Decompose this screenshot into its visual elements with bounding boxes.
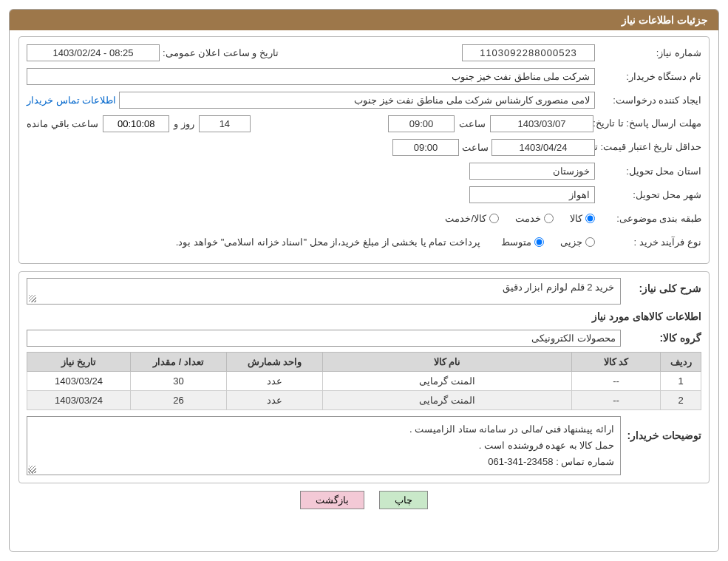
details-section: شرح کلی نیاز: خرید 2 قلم لوازم ابزار دقی… — [18, 271, 710, 483]
summary-label: شرح کلی نیاز: — [624, 278, 701, 294]
buyer-org-label: نام دستگاه خریدار: — [598, 71, 701, 82]
radio-goods[interactable]: کالا — [570, 213, 595, 224]
process-label: نوع فرآیند خرید : — [598, 237, 701, 248]
radio-service[interactable]: خدمت — [515, 213, 554, 224]
radio-medium[interactable]: متوسط — [501, 237, 544, 248]
remaining-label: ساعت باقي مانده — [27, 118, 98, 129]
radio-partial-input[interactable] — [585, 237, 595, 247]
radio-service-input[interactable] — [544, 214, 554, 223]
main-panel: جزئیات اطلاعات نیاز شماره نیاز: 11030922… — [9, 9, 719, 552]
deadline-date: 1403/03/07 — [490, 115, 593, 132]
th-name: نام کالا — [323, 353, 572, 372]
th-date: تاریخ نیاز — [27, 353, 131, 372]
radio-goods-service-input[interactable] — [489, 214, 499, 223]
cell-idx: 2 — [661, 391, 701, 410]
radio-medium-input[interactable] — [534, 237, 544, 247]
notes-line: حمل کالا به عهده فروشنده است . — [33, 438, 614, 454]
days-remaining: 14 — [199, 115, 251, 132]
deadline-label: مهلت ارسال پاسخ: تا تاریخ: — [598, 118, 701, 129]
button-row: چاپ بازگشت — [18, 491, 710, 509]
radio-medium-label: متوسط — [501, 237, 531, 248]
cell-unit: عدد — [227, 372, 323, 391]
city-value: اهواز — [469, 186, 595, 203]
cell-qty: 26 — [131, 391, 227, 410]
th-code: کد کالا — [572, 353, 661, 372]
validity-date: 1403/04/24 — [491, 139, 595, 156]
notes-line: شماره تماس : 23458-341-061 — [33, 454, 614, 470]
cell-idx: 1 — [661, 372, 701, 391]
buyer-notes-label: توضیحات خریدار: — [624, 416, 701, 441]
radio-goods-service-label: کالا/خدمت — [445, 213, 486, 224]
cell-name: المنت گرمایی — [323, 372, 572, 391]
resize-handle-icon[interactable] — [29, 466, 36, 473]
cell-code: -- — [572, 372, 661, 391]
cell-unit: عدد — [227, 391, 323, 410]
radio-partial[interactable]: جزیی — [560, 237, 595, 248]
table-row: 1 -- المنت گرمایی عدد 30 1403/03/24 — [27, 372, 701, 391]
city-label: شهر محل تحویل: — [598, 189, 701, 200]
category-label: طبقه بندی موضوعی: — [598, 213, 701, 224]
radio-partial-label: جزیی — [560, 237, 582, 248]
cell-code: -- — [572, 391, 661, 410]
summary-text: خرید 2 قلم لوازم ابزار دقیق — [503, 282, 614, 293]
print-button[interactable]: چاپ — [379, 491, 428, 509]
product-group-value: محصولات الکترونیکی — [27, 330, 621, 347]
buyer-contact-link[interactable]: اطلاعات تماس خریدار — [27, 95, 116, 106]
province-label: استان محل تحویل: — [598, 166, 701, 177]
cell-qty: 30 — [131, 372, 227, 391]
need-number-value: 1103092288000523 — [462, 44, 595, 61]
announce-label: تاریخ و ساعت اعلان عمومی: — [163, 47, 279, 58]
requester-label: ایجاد کننده درخواست: — [598, 95, 701, 106]
buyer-org-value: شرکت ملی مناطق نفت خیز جنوب — [27, 68, 595, 85]
back-button[interactable]: بازگشت — [300, 491, 364, 509]
deadline-time: 09:00 — [388, 115, 455, 132]
cell-date: 1403/03/24 — [27, 372, 131, 391]
process-description: پرداخت تمام یا بخشی از مبلغ خرید،از محل … — [176, 237, 480, 248]
resize-handle-icon[interactable] — [29, 295, 36, 302]
need-number-label: شماره نیاز: — [598, 47, 701, 58]
th-row: ردیف — [661, 353, 701, 372]
hour-label-1: ساعت — [459, 118, 486, 129]
days-and-label: روز و — [174, 118, 194, 129]
cell-date: 1403/03/24 — [27, 391, 131, 410]
requester-value: لامی منصوری کارشناس شرکت ملی مناطق نفت خ… — [119, 92, 595, 109]
province-value: خوزستان — [469, 163, 595, 180]
countdown-timer: 00:10:08 — [103, 115, 169, 132]
panel-title: جزئیات اطلاعات نیاز — [10, 10, 718, 30]
items-info-title: اطلاعات کالاهای مورد نیاز — [27, 310, 701, 322]
radio-goods-input[interactable] — [585, 214, 595, 223]
validity-label: حداقل تاریخ اعتبار قیمت: تا تاریخ: — [598, 141, 701, 153]
hour-label-2: ساعت — [462, 142, 489, 153]
radio-goods-label: کالا — [570, 213, 582, 224]
product-group-label: گروه کالا: — [624, 332, 701, 344]
notes-line: ارائه پیشنهاد فنی /مالی در سامانه ستاد ا… — [33, 421, 614, 438]
radio-goods-service[interactable]: کالا/خدمت — [445, 213, 499, 224]
th-unit: واحد شمارش — [227, 353, 323, 372]
validity-time: 09:00 — [392, 139, 459, 156]
table-row: 2 -- المنت گرمایی عدد 26 1403/03/24 — [27, 391, 701, 410]
announce-datetime: 1403/02/24 - 08:25 — [27, 44, 160, 61]
info-section: شماره نیاز: 1103092288000523 تاریخ و ساع… — [18, 36, 710, 264]
cell-name: المنت گرمایی — [323, 391, 572, 410]
summary-textarea[interactable]: خرید 2 قلم لوازم ابزار دقیق — [27, 278, 621, 305]
th-qty: تعداد / مقدار — [131, 353, 227, 372]
buyer-notes-textarea[interactable]: ارائه پیشنهاد فنی /مالی در سامانه ستاد ا… — [27, 416, 621, 475]
radio-service-label: خدمت — [515, 213, 541, 224]
items-table: ردیف کد کالا نام کالا واحد شمارش تعداد /… — [27, 352, 701, 410]
